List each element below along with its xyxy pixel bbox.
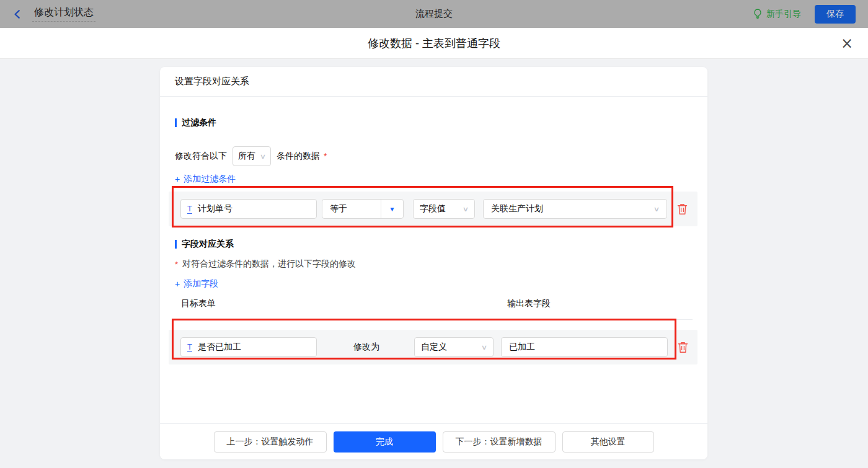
add-filter-condition-label: 添加过滤条件 [184, 174, 236, 185]
trash-icon [677, 203, 688, 215]
operator-value: 等于 [322, 200, 381, 218]
match-condition-line: 修改符合以下 所有 ∨ 条件的数据 * [175, 146, 693, 166]
back-icon[interactable] [12, 9, 24, 20]
section-marker [175, 240, 177, 249]
plus-icon: + [175, 174, 180, 184]
match-suffix-label: 条件的数据 [277, 151, 320, 162]
delete-mapping-button[interactable] [678, 342, 688, 353]
modal-title: 修改数据 - 主表到普通字段 [368, 36, 500, 51]
add-field-label: 添加字段 [184, 278, 218, 289]
modify-to-label: 修改为 [353, 342, 388, 353]
trash-icon [678, 342, 688, 353]
text-field-icon: T [187, 343, 192, 352]
operator-select[interactable]: 等于 ▼ [322, 199, 404, 219]
done-button[interactable]: 完成 [334, 431, 436, 453]
filter-condition-row: T 计划单号 等于 ▼ 字段值 ∨ 关联生产计划 ∨ [169, 192, 698, 226]
chevron-down-icon: ∨ [260, 152, 266, 161]
condition-value: 关联生产计划 [491, 203, 543, 214]
condition-value-select[interactable]: 关联生产计划 ∨ [483, 199, 667, 219]
target-field-value: 是否已加工 [198, 342, 241, 353]
prev-step-button[interactable]: 上一步：设置触发动作 [214, 431, 327, 453]
required-asterisk: * [175, 260, 178, 269]
condition-field-input[interactable]: T 计划单号 [180, 199, 317, 219]
add-field-link[interactable]: + 添加字段 [175, 278, 218, 289]
target-field-input[interactable]: T 是否已加工 [180, 337, 317, 357]
mapping-description: * 对符合过滤条件的数据，进行以下字段的修改 [175, 258, 693, 270]
topbar: 修改计划状态 流程提交 新手引导 保存 [0, 0, 868, 28]
filter-section-title: 过滤条件 [182, 117, 216, 128]
column-target-form: 目标表单 [181, 298, 216, 309]
text-field-icon: T [187, 205, 192, 214]
value-type-select[interactable]: 字段值 ∨ [413, 199, 475, 219]
field-mapping-row: T 是否已加工 修改为 自定义 ∨ 已加工 [169, 330, 698, 364]
chevron-down-icon: ∨ [653, 205, 660, 213]
match-prefix-label: 修改符合以下 [175, 151, 227, 162]
modal-body: 设置字段对应关系 过滤条件 修改符合以下 所有 ∨ 条件的数据 * + 添加过滤… [0, 59, 868, 468]
lightbulb-icon [753, 9, 763, 19]
chevron-down-icon: ∨ [463, 205, 469, 213]
mapping-description-text: 对符合过滤条件的数据，进行以下字段的修改 [182, 258, 356, 270]
settings-card: 设置字段对应关系 过滤条件 修改符合以下 所有 ∨ 条件的数据 * + 添加过滤… [160, 67, 707, 459]
column-output-field: 输出表字段 [507, 298, 551, 309]
modal-header: 修改数据 - 主表到普通字段 × [0, 28, 868, 59]
next-step-button[interactable]: 下一步：设置新增数据 [443, 431, 556, 453]
delete-condition-button[interactable] [677, 203, 688, 215]
mapping-section-heading: 字段对应关系 [175, 239, 693, 250]
beginner-guide-button[interactable]: 新手引导 [753, 9, 801, 20]
condition-field-value: 计划单号 [198, 203, 232, 214]
modify-mode-select[interactable]: 自定义 ∨ [414, 337, 494, 357]
filter-section-heading: 过滤条件 [175, 117, 693, 128]
output-value-input[interactable]: 已加工 [501, 337, 668, 357]
flow-title[interactable]: 修改计划状态 [32, 6, 95, 22]
card-footer: 上一步：设置触发动作 完成 下一步：设置新增数据 其他设置 [160, 423, 707, 459]
other-settings-button[interactable]: 其他设置 [562, 431, 654, 453]
column-divider [175, 319, 693, 320]
topbar-center-title: 流程提交 [415, 8, 453, 20]
mapping-section-title: 字段对应关系 [182, 239, 234, 250]
chevron-down-icon: ∨ [481, 343, 487, 351]
plus-icon: + [175, 279, 180, 289]
close-icon[interactable]: × [841, 36, 853, 51]
required-asterisk: * [324, 151, 327, 161]
card-header-title: 设置字段对应关系 [160, 67, 707, 97]
match-mode-select[interactable]: 所有 ∨ [232, 146, 271, 166]
modify-mode-value: 自定义 [421, 342, 447, 353]
mapping-column-headers: 目标表单 输出表字段 [175, 298, 693, 309]
save-button[interactable]: 保存 [815, 5, 856, 24]
caret-down-icon: ▼ [381, 200, 403, 218]
section-marker [175, 118, 177, 127]
match-mode-value: 所有 [238, 151, 255, 162]
beginner-guide-label: 新手引导 [766, 9, 801, 20]
value-type-value: 字段值 [420, 203, 446, 214]
output-value: 已加工 [509, 342, 535, 353]
add-filter-condition-link[interactable]: + 添加过滤条件 [175, 174, 236, 185]
